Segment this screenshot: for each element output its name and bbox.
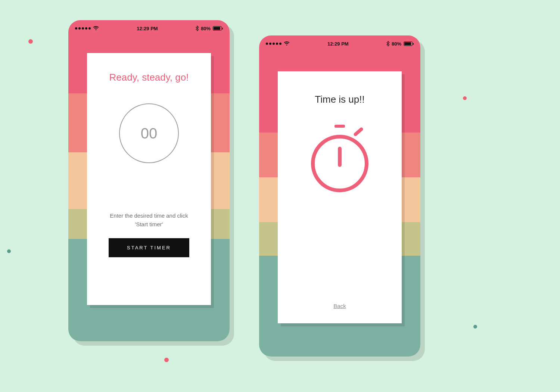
status-bar: 12:29 PM 80% [259,35,420,52]
decorative-dot [28,39,33,44]
card-title: Ready, steady, go! [109,72,189,83]
status-bar: 12:29 PM 80% [68,20,230,37]
timer-input-circle[interactable]: 00 [119,103,179,163]
svg-line-1 [355,129,361,134]
bluetooth-icon [196,26,199,31]
start-timer-button[interactable]: START TIMER [109,238,189,257]
battery-icon [404,41,414,46]
done-card: Time is up!! Back [278,71,402,323]
decorative-dot [164,358,169,362]
decorative-dot [473,325,477,329]
stopwatch-icon [306,122,373,303]
card-title: Time is up!! [315,94,364,105]
status-time: 12:29 PM [137,26,158,31]
phone-mockup-done: 12:29 PM 80% Time is up!! Ba [259,35,420,357]
battery-icon [213,26,223,31]
decorative-dot [7,249,11,253]
battery-percent: 80% [392,41,401,47]
helper-text: Enter the desired time and click 'Start … [104,212,194,228]
battery-percent: 80% [201,26,211,31]
wifi-icon [93,26,99,31]
signal-dots-icon [266,43,281,45]
wifi-icon [284,41,290,46]
decorative-dot [463,96,467,100]
bluetooth-icon [386,41,389,46]
svg-rect-0 [335,125,345,128]
status-time: 12:29 PM [327,41,348,47]
phone-mockup-start: 12:29 PM 80% Ready, steady, go! 00 Enter… [68,20,230,341]
timer-card: Ready, steady, go! 00 Enter the desired … [87,53,211,305]
signal-dots-icon [75,27,91,29]
timer-value: 00 [141,125,158,142]
back-link[interactable]: Back [333,303,346,309]
